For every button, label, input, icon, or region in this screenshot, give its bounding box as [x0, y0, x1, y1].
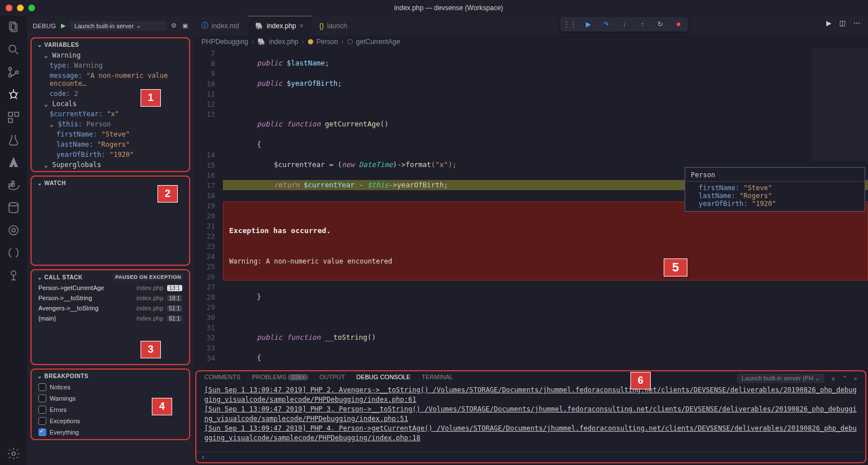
tabs-bar: ⓘindex.md 🐘index.php× {}launch	[194, 16, 868, 36]
svg-line-10	[16, 93, 18, 94]
svg-rect-13	[8, 112, 12, 116]
svg-rect-14	[15, 112, 19, 116]
step-over-icon[interactable]: ↷	[601, 19, 611, 29]
continue-icon[interactable]: ▶	[583, 19, 593, 29]
svg-line-9	[9, 93, 11, 94]
breadcrumbs[interactable]: PHPDebugging› 🐘index.php› ⬢Person› ⬡getC…	[194, 36, 868, 48]
bottom-panel: 6 COMMENTS PROBLEMS 11K+ OUTPUT DEBUG CO…	[195, 370, 866, 463]
target-icon[interactable]	[7, 223, 20, 237]
run-icon[interactable]: ▶	[826, 19, 831, 27]
svg-point-5	[9, 74, 12, 77]
tab-problems[interactable]: PROBLEMS 11K+	[252, 374, 308, 383]
tab-terminal[interactable]: TERMINAL	[422, 374, 453, 383]
filter-icon[interactable]: ≡	[831, 375, 835, 382]
gear-icon[interactable]	[7, 447, 20, 460]
scm-icon[interactable]	[7, 65, 20, 79]
editor-area: ▶ ◫ ⋯ ⋮⋮ ▶ ↷ ↓ ↑ ↻ ■ ⓘindex.md 🐘index.ph…	[194, 16, 868, 465]
activity-bar	[0, 16, 27, 465]
svg-rect-1	[11, 24, 17, 32]
svg-point-7	[11, 92, 16, 98]
variables-section: 1 ⌄VARIABLES ⌄ Warning type: Warning mes…	[30, 37, 190, 172]
restart-icon[interactable]: ↻	[655, 19, 665, 29]
svg-line-11	[10, 97, 12, 99]
expand-icon[interactable]: ⌃	[842, 375, 847, 382]
more-icon[interactable]: ⋯	[853, 19, 860, 27]
search-icon[interactable]	[7, 43, 20, 56]
grip-icon[interactable]: ⋮⋮	[565, 19, 575, 29]
tab-launch[interactable]: {}launch	[312, 16, 355, 36]
svg-point-4	[9, 68, 12, 71]
svg-rect-17	[12, 184, 14, 186]
debug-toolbar[interactable]: ⋮⋮ ▶ ↷ ↓ ↑ ↻ ■	[560, 17, 688, 32]
remote-icon[interactable]	[7, 246, 20, 260]
azure-icon[interactable]	[7, 156, 20, 169]
callstack-row[interactable]: Person->__toStringindex.php18:1	[33, 293, 188, 303]
debug-session-select[interactable]: Launch built-in server (PH ⌄	[737, 374, 825, 383]
callstack-row[interactable]: Person->getCurrentAgeindex.php13:1	[33, 283, 188, 293]
database-icon[interactable]	[7, 201, 20, 214]
callstack-row[interactable]: Avengers->__toStringindex.php51:1	[33, 303, 188, 313]
tab-comments[interactable]: COMMENTS	[204, 374, 240, 383]
close-panel-icon[interactable]: ×	[854, 375, 857, 382]
bp-item[interactable]: Exceptions	[33, 415, 188, 427]
tab-output[interactable]: OUTPUT	[319, 374, 345, 383]
svg-rect-0	[10, 22, 15, 30]
svg-point-22	[11, 271, 16, 275]
line-gutter: 7 8 9 10 11 12 ▷13 14 15 16 17 18 19 20 …	[194, 48, 223, 369]
svg-point-19	[9, 203, 18, 206]
svg-rect-18	[12, 181, 14, 183]
tab-index-php[interactable]: 🐘index.php×	[247, 16, 312, 36]
bp-item[interactable]: Everything	[33, 427, 188, 438]
split-icon[interactable]: ◫	[839, 19, 845, 27]
testing-icon[interactable]	[7, 133, 20, 147]
stop-icon[interactable]: ■	[673, 19, 683, 29]
svg-point-25	[12, 452, 15, 455]
close-window[interactable]	[6, 5, 12, 11]
bp-item[interactable]: Notices	[33, 381, 188, 393]
svg-point-21	[12, 229, 15, 232]
launch-config-select[interactable]: Launch built-in server⌄	[70, 21, 166, 30]
svg-rect-15	[8, 119, 12, 122]
tab-debug-console[interactable]: DEBUG CONSOLE	[356, 374, 410, 383]
svg-rect-16	[9, 184, 11, 186]
maximize-window[interactable]	[28, 5, 35, 11]
gear-icon[interactable]: ⚙	[171, 22, 177, 29]
step-out-icon[interactable]: ↑	[637, 19, 647, 29]
window-title: index.php — devsense (Workspace)	[35, 4, 862, 12]
minimap[interactable]	[812, 48, 868, 161]
watch-section: 2 ⌄WATCH	[30, 176, 190, 266]
svg-line-12	[15, 97, 17, 99]
exception-banner: Exception has occurred. Warning: A non-n…	[223, 201, 868, 280]
callstack-section: 3 ⌄CALL STACK PAUSED ON EXCEPTION Person…	[30, 269, 190, 365]
tab-index-md[interactable]: ⓘindex.md	[194, 16, 247, 36]
step-into-icon[interactable]: ↓	[619, 19, 629, 29]
extensions-icon[interactable]	[7, 111, 20, 124]
debug-hover: Person firstName: "Steve" lastName: "Rog…	[685, 167, 865, 212]
debug-console-output[interactable]: [Sun Sep 1 13:09:47 2019] PHP 2. Avenger…	[196, 385, 865, 451]
docker-icon[interactable]	[7, 178, 20, 192]
titlebar: index.php — devsense (Workspace)	[0, 0, 868, 16]
svg-point-20	[9, 226, 18, 235]
svg-line-3	[15, 51, 18, 54]
debug-console-input[interactable]: ›	[196, 451, 865, 462]
callstack-row[interactable]: {main}index.php61:1	[33, 313, 188, 323]
debug-icon[interactable]	[7, 88, 20, 102]
play-icon[interactable]: ▶	[61, 22, 65, 29]
svg-point-2	[9, 45, 16, 52]
minimize-window[interactable]	[17, 5, 24, 11]
breakpoints-section: 4 ⌄BREAKPOINTS Notices Warnings Errors E…	[30, 369, 190, 440]
debug-header: DEBUG ▶ Launch built-in server⌄ ⚙ ▣	[27, 16, 194, 36]
tree-icon[interactable]	[7, 269, 20, 282]
explorer-icon[interactable]	[7, 20, 20, 34]
console-icon[interactable]: ▣	[182, 22, 188, 29]
close-icon[interactable]: ×	[300, 22, 304, 30]
debug-sidebar: DEBUG ▶ Launch built-in server⌄ ⚙ ▣ 1 ⌄V…	[27, 16, 194, 465]
